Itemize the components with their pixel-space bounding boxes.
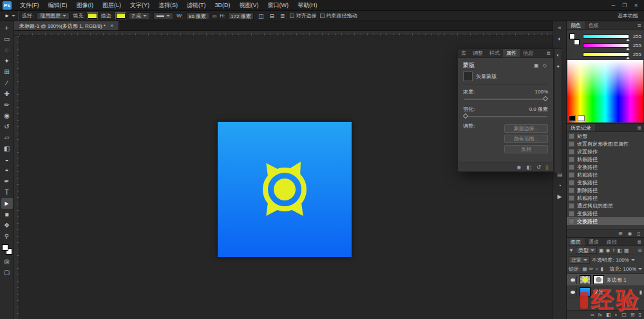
- visibility-eye-icon[interactable]: [569, 276, 577, 284]
- history-item[interactable]: 矩形: [567, 132, 644, 140]
- clone-stamp-tool[interactable]: ◉: [1, 110, 13, 121]
- snap-edges-checkbox[interactable]: 对齐边缘: [290, 12, 317, 19]
- history-item[interactable]: 设置操作: [567, 148, 644, 155]
- invert-button[interactable]: 反相: [504, 145, 548, 153]
- blue-slider[interactable]: [583, 52, 629, 57]
- lock-all-icon[interactable]: ▮: [600, 266, 603, 272]
- tab-properties[interactable]: 属性: [503, 49, 520, 57]
- menu-file[interactable]: 文件(F): [15, 0, 44, 10]
- adjustments-panel-icon[interactable]: ◐: [554, 35, 565, 43]
- path-arrange-button[interactable]: ≣: [279, 13, 287, 19]
- fill-opacity-value[interactable]: 100%: [623, 266, 636, 272]
- move-tool[interactable]: +: [1, 23, 13, 34]
- healing-brush-tool[interactable]: ✚: [1, 88, 13, 99]
- slider-handle[interactable]: [543, 96, 548, 101]
- restore-button[interactable]: ❐: [622, 3, 627, 8]
- history-item[interactable]: 粘贴路径: [567, 171, 644, 179]
- tool-preset-picker[interactable]: ►: [2, 11, 19, 21]
- red-slider[interactable]: [583, 34, 629, 39]
- panel-menu-icon[interactable]: ≣: [546, 49, 553, 57]
- background-color-swatch[interactable]: [574, 39, 580, 45]
- foreground-color-swatch[interactable]: [2, 244, 8, 251]
- screen-mode-button[interactable]: ▢: [1, 267, 13, 278]
- artboard[interactable]: [218, 122, 352, 257]
- lasso-tool[interactable]: ◌: [1, 44, 13, 55]
- menu-layer[interactable]: 图层(L): [98, 0, 126, 10]
- minimize-button[interactable]: ─: [611, 3, 615, 8]
- history-item[interactable]: 变换路径: [567, 179, 644, 186]
- mask-edge-button[interactable]: 蒙版边缘...: [504, 124, 548, 133]
- mask-selection-icon[interactable]: ◉: [516, 164, 521, 170]
- add-pixel-mask-icon[interactable]: ▣: [533, 63, 540, 68]
- blur-tool[interactable]: ◒: [1, 154, 13, 165]
- menu-image[interactable]: 图像(I): [72, 0, 99, 10]
- history-item[interactable]: 变换路径: [567, 209, 644, 217]
- blue-value[interactable]: 255: [631, 52, 641, 57]
- tab-channels[interactable]: 通道: [585, 238, 603, 246]
- collapse-dock-icon[interactable]: «: [554, 24, 565, 31]
- new-doc-from-state-icon[interactable]: ⊞: [618, 231, 623, 237]
- layer-thumbnail[interactable]: [580, 275, 591, 284]
- tab-styles[interactable]: 样式: [486, 49, 503, 57]
- blend-mode-dropdown[interactable]: 正常: [569, 256, 590, 264]
- zoom-tool[interactable]: ⚲: [1, 231, 13, 242]
- color-fg-bg-swatches[interactable]: [569, 34, 580, 45]
- tab-info[interactable]: 信息: [520, 49, 536, 57]
- menu-edit[interactable]: 编辑(E): [44, 0, 72, 10]
- tab-layers[interactable]: 图层: [567, 238, 585, 246]
- green-slider[interactable]: [583, 43, 629, 48]
- crop-tool[interactable]: ⊞: [1, 66, 13, 77]
- path-operations-button[interactable]: ◫: [257, 13, 265, 19]
- tab-libraries[interactable]: 库: [458, 49, 469, 57]
- panel-menu-icon[interactable]: ≣: [637, 238, 644, 246]
- shape-tool[interactable]: ■: [1, 209, 13, 220]
- history-item[interactable]: 通过拷贝的图层: [567, 202, 644, 209]
- black-swatch[interactable]: [569, 115, 576, 121]
- menu-help[interactable]: 帮助(H): [293, 0, 322, 10]
- filter-switch-icon[interactable]: ⊙: [638, 247, 642, 253]
- foreground-color-swatch[interactable]: [569, 34, 575, 39]
- slider-handle[interactable]: [463, 113, 468, 119]
- menu-type[interactable]: 文字(Y): [126, 0, 154, 10]
- history-item[interactable]: 粘贴路径: [567, 155, 644, 163]
- menu-filter[interactable]: 滤镜(T): [182, 0, 211, 10]
- lock-position-icon[interactable]: +: [596, 266, 599, 272]
- filter-smart-objects-icon[interactable]: ▦: [624, 247, 629, 253]
- actions-panel-icon[interactable]: ▶: [554, 193, 565, 200]
- menu-view[interactable]: 视图(V): [235, 0, 263, 10]
- filter-adjustment-layers-icon[interactable]: ◉: [605, 247, 610, 253]
- stroke-type-dropdown[interactable]: [153, 12, 173, 20]
- tab-adjustments[interactable]: 调整: [469, 49, 486, 57]
- select-mode-dropdown[interactable]: 现用图层: [37, 12, 70, 20]
- foreground-background-swatches[interactable]: [2, 244, 12, 255]
- marquee-tool[interactable]: ▭: [1, 34, 13, 44]
- styles-icon[interactable]: ✦: [556, 64, 560, 70]
- visibility-eye-icon[interactable]: [569, 288, 577, 296]
- path-selection-tool[interactable]: ►: [1, 198, 13, 209]
- layer-name[interactable]: 多边形 1: [607, 276, 627, 284]
- brush-tool[interactable]: ✏: [1, 99, 13, 110]
- slider-handle[interactable]: [626, 39, 630, 41]
- feather-slider[interactable]: [464, 116, 547, 117]
- eraser-tool[interactable]: ▱: [1, 132, 13, 143]
- type-tool[interactable]: T: [1, 187, 13, 198]
- stroke-color-swatch[interactable]: [116, 13, 126, 19]
- lock-transparent-icon[interactable]: ▦: [582, 266, 587, 272]
- workspace-switcher[interactable]: 基本功能: [612, 12, 644, 19]
- eyedropper-tool[interactable]: ∕: [1, 77, 13, 88]
- timeline-panel-icon[interactable]: ◔: [554, 182, 565, 189]
- vector-mask-thumbnail[interactable]: [593, 275, 604, 284]
- quick-selection-tool[interactable]: ✦: [1, 55, 13, 66]
- delete-state-icon[interactable]: ▯: [638, 231, 640, 237]
- filter-type-layers-icon[interactable]: T: [612, 247, 615, 253]
- history-item[interactable]: 交换路径: [567, 217, 644, 225]
- stroke-width-dropdown[interactable]: 2 点: [129, 12, 151, 20]
- tab-color[interactable]: 颜色: [567, 21, 585, 29]
- menu-window[interactable]: 窗口(W): [263, 0, 294, 10]
- panel-menu-icon[interactable]: ≣: [637, 21, 644, 29]
- white-swatch[interactable]: [578, 115, 585, 121]
- new-snapshot-icon[interactable]: ◉: [628, 231, 632, 237]
- width-field[interactable]: 86 像素: [186, 12, 209, 20]
- menu-select[interactable]: 选择(S): [154, 0, 182, 10]
- density-value[interactable]: 100%: [535, 89, 548, 95]
